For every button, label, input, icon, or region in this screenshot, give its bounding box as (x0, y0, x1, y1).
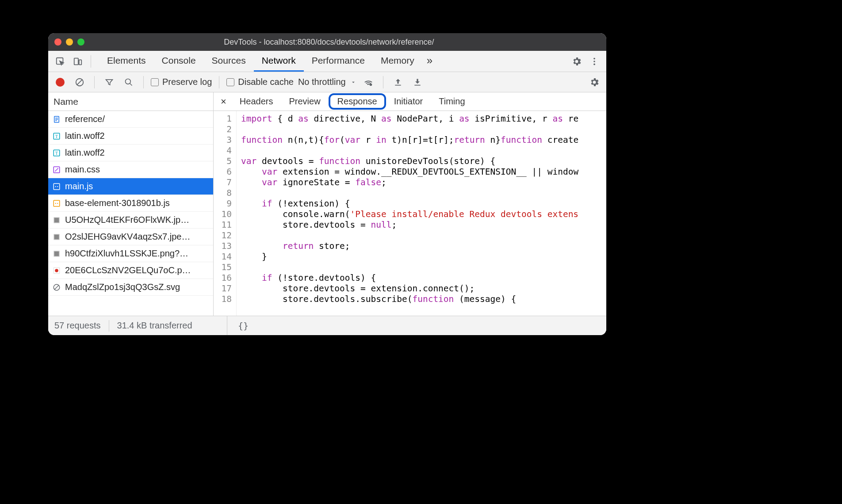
status-bar: 57 requests 31.4 kB transferred {} (48, 316, 606, 335)
divider (143, 76, 144, 88)
traffic-lights (54, 38, 84, 46)
request-row[interactable]: 20E6CLcSzNV2GELQu7oC.p… (48, 262, 213, 279)
tab-elements[interactable]: Elements (99, 51, 154, 72)
tab-headers[interactable]: Headers (232, 94, 281, 109)
css-icon (53, 166, 61, 174)
tab-network[interactable]: Network (254, 51, 304, 72)
svg-point-24 (57, 186, 58, 187)
svg-line-9 (130, 83, 132, 85)
window-title: DevTools - localhost:8080/docs/devtools/… (84, 38, 574, 47)
tab-console[interactable]: Console (154, 51, 204, 72)
request-name: main.css (65, 164, 100, 175)
download-har-icon[interactable] (410, 75, 425, 90)
request-row[interactable]: MadqZslZpo1sj3qQ3GsZ.svg (48, 279, 213, 296)
request-name: latin.woff2 (65, 148, 105, 158)
network-toolbar: Preserve log Disable cache No throttling (48, 72, 606, 92)
img-icon (53, 216, 61, 224)
filter-icon[interactable] (102, 75, 117, 90)
inspect-element-icon[interactable] (53, 54, 68, 69)
divider (383, 76, 383, 88)
svg-point-5 (593, 63, 595, 65)
svg-point-26 (55, 202, 56, 203)
search-icon[interactable] (121, 75, 136, 90)
svg-point-27 (57, 202, 58, 203)
doc-icon (53, 115, 61, 123)
tab-sources[interactable]: Sources (204, 51, 254, 72)
js-icon (53, 183, 61, 191)
tab-timing[interactable]: Timing (431, 94, 473, 109)
svg-point-3 (593, 57, 595, 59)
request-count: 57 requests (54, 321, 101, 331)
request-row[interactable]: main.js (48, 178, 213, 195)
svg-point-10 (370, 83, 372, 86)
tab-memory[interactable]: Memory (373, 51, 422, 72)
disable-cache-checkbox[interactable]: Disable cache (226, 77, 294, 87)
detail-tabs: × Headers Preview Response Initiator Tim… (214, 92, 606, 111)
overflow-tabs-button[interactable]: » (422, 51, 437, 72)
pretty-print-button[interactable]: {} (233, 321, 249, 331)
response-code-viewer[interactable]: 1 2 3 4 5 6 7 8 9 10 11 12 13 14 15 16 1… (214, 111, 606, 316)
request-row[interactable]: O2slJEHG9avKV4aqzSx7.jpe… (48, 229, 213, 245)
img-icon (53, 250, 61, 258)
throttling-select[interactable]: No throttling (298, 77, 356, 87)
transferred-size: 31.4 kB transferred (117, 321, 192, 331)
request-row[interactable]: U5OHzQL4tEKFr6OFlxWK.jp… (48, 212, 213, 229)
panel-tabs-row: Elements Console Sources Network Perform… (48, 51, 606, 72)
close-detail-button[interactable]: × (215, 96, 232, 107)
request-name: MadqZslZpo1sj3qQ3GsZ.svg (65, 282, 180, 292)
request-row[interactable]: reference/ (48, 111, 213, 128)
settings-gear-icon[interactable] (569, 54, 584, 69)
preserve-log-label: Preserve log (162, 77, 212, 87)
request-row[interactable]: Tlatin.woff2 (48, 128, 213, 145)
request-row[interactable]: h90CtfziXluvh1LSSKJE.png?… (48, 245, 213, 262)
svg-line-7 (77, 79, 83, 85)
request-row[interactable]: base-element-3018901b.js (48, 195, 213, 212)
request-list[interactable]: reference/Tlatin.woff2Tlatin.woff2main.c… (48, 111, 213, 316)
device-toolbar-icon[interactable] (70, 54, 85, 69)
devtools-window: DevTools - localhost:8080/docs/devtools/… (48, 33, 606, 335)
svg-point-4 (593, 61, 595, 62)
svg-rect-1 (74, 58, 78, 65)
divider (94, 76, 95, 88)
minimize-window-button[interactable] (66, 38, 73, 46)
svg-rect-11 (395, 84, 401, 85)
network-settings-gear-icon[interactable] (587, 75, 602, 90)
code-content: import { d as directive, N as NodePart, … (237, 111, 606, 316)
record-button[interactable] (53, 75, 68, 90)
request-row[interactable]: main.css (48, 161, 213, 178)
svg-rect-31 (54, 234, 59, 239)
request-name: reference/ (65, 114, 105, 124)
svg-point-8 (126, 79, 131, 84)
name-column-header[interactable]: Name (48, 92, 213, 111)
font-icon: T (53, 132, 61, 140)
kebab-menu-icon[interactable] (587, 54, 602, 69)
tab-initiator[interactable]: Initiator (386, 94, 431, 109)
tab-preview[interactable]: Preview (281, 94, 328, 109)
request-name: 20E6CLcSzNV2GELQu7oC.p… (65, 265, 191, 275)
request-name: main.js (65, 181, 93, 191)
svg-text:T: T (55, 150, 58, 155)
svg-text:T: T (55, 134, 58, 138)
rec-icon (53, 267, 61, 275)
request-name: base-element-3018901b.js (65, 198, 170, 208)
preserve-log-checkbox[interactable]: Preserve log (151, 77, 212, 87)
svg-icon (53, 283, 61, 291)
svg-rect-29 (54, 218, 59, 222)
svg-rect-2 (79, 60, 82, 65)
img-icon (53, 233, 61, 241)
window-titlebar: DevTools - localhost:8080/docs/devtools/… (48, 33, 606, 51)
maximize-window-button[interactable] (77, 38, 84, 46)
upload-har-icon[interactable] (390, 75, 406, 90)
request-row[interactable]: Tlatin.woff2 (48, 145, 213, 161)
network-conditions-icon[interactable] (361, 75, 376, 90)
tab-response[interactable]: Response (329, 93, 386, 110)
tab-performance[interactable]: Performance (304, 51, 373, 72)
svg-line-37 (54, 285, 59, 290)
svg-rect-22 (54, 183, 60, 190)
request-name: h90CtfziXluvh1LSSKJE.png?… (65, 248, 188, 259)
close-window-button[interactable] (54, 38, 61, 46)
disable-cache-label: Disable cache (238, 77, 294, 87)
svg-point-23 (55, 186, 56, 187)
divider (91, 55, 91, 68)
clear-button[interactable] (72, 75, 87, 90)
